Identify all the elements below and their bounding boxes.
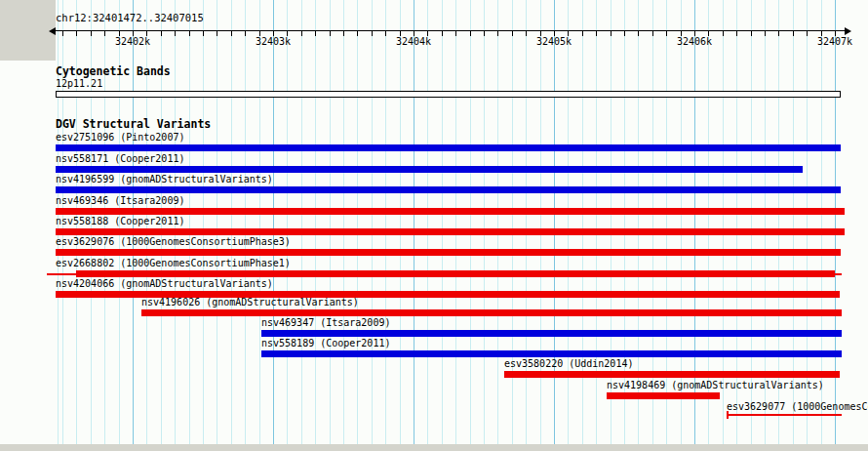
gridline-minor — [301, 0, 302, 444]
variant-label: nsv4204066 (gnomADStructuralVariants) — [56, 278, 273, 290]
gridline-minor — [203, 0, 204, 444]
ruler-tick — [231, 31, 232, 36]
ruler-tick — [526, 31, 527, 36]
ruler-tick — [765, 31, 766, 36]
variant-bar[interactable] — [56, 228, 845, 235]
ruler-tick — [372, 31, 373, 36]
ruler-tick — [638, 31, 639, 36]
ruler-tick — [624, 31, 625, 36]
gridline-minor — [245, 0, 246, 444]
ruler-tick — [330, 31, 331, 36]
variant-bar[interactable] — [504, 371, 840, 378]
ruler-tick — [666, 31, 667, 36]
ruler-tick — [596, 31, 597, 36]
cytoband-glyph[interactable] — [56, 91, 841, 98]
ruler-tick — [652, 31, 653, 36]
ruler-tick — [357, 31, 358, 36]
ruler-tick — [723, 31, 724, 36]
variant-bar[interactable] — [56, 166, 803, 173]
ruler-tick — [582, 31, 583, 36]
variant-label: nsv469347 (Itsara2009) — [261, 317, 390, 329]
ruler-tick-label: 32403k — [256, 36, 291, 48]
gridline-minor — [400, 0, 401, 444]
variant-extension-line — [47, 273, 76, 275]
variant-bar[interactable] — [76, 270, 835, 277]
variant-line-glyph[interactable] — [727, 414, 842, 416]
variant-bar[interactable] — [261, 330, 842, 337]
top-left-margin — [0, 0, 56, 61]
variant-bar[interactable] — [56, 208, 845, 215]
gridline-minor — [189, 0, 190, 444]
gridline-minor — [231, 0, 232, 444]
gridline-minor — [470, 0, 471, 444]
gridline-minor — [217, 0, 217, 444]
variant-label: nsv4198469 (gnomADStructuralVariants) — [607, 380, 824, 391]
gridline-minor — [330, 0, 331, 444]
cytogenetic-bands-title: Cytogenetic Bands — [56, 65, 171, 78]
ruler-left-arrow-icon — [49, 27, 56, 35]
variant-label: nsv558189 (Cooper2011) — [261, 338, 390, 349]
gridline-minor — [372, 0, 373, 444]
ruler-tick — [203, 31, 204, 36]
variant-label: esv2668802 (1000GenomesConsortiumPhase1) — [56, 258, 291, 269]
ruler-tick-label: 32405k — [536, 36, 572, 48]
ruler-tick — [385, 31, 386, 36]
ruler-tick — [175, 31, 176, 36]
variant-label: nsv4196026 (gnomADStructuralVariants) — [141, 297, 359, 308]
ruler-tick — [807, 31, 808, 36]
ruler-tick — [315, 31, 316, 36]
gridline-minor — [287, 0, 288, 444]
variant-bar[interactable] — [56, 249, 841, 256]
gridline-minor — [497, 0, 498, 444]
ruler-tick-label: 32406k — [677, 36, 712, 48]
ruler-tick — [751, 31, 752, 36]
dgv-track-title: DGV Structural Variants — [56, 118, 211, 131]
region-coordinates-label: chr12:32401472..32407015 — [56, 12, 204, 23]
gridline-minor — [442, 0, 443, 444]
ruler-tick — [442, 31, 443, 36]
gridline-minor — [484, 0, 485, 444]
ruler-right-arrow-icon — [845, 27, 851, 35]
variant-label: esv3580220 (Uddin2014) — [504, 358, 633, 370]
ruler-tick-label: 32404k — [396, 36, 431, 48]
gridline-major — [414, 0, 414, 444]
ruler-tick — [470, 31, 471, 36]
ruler-tick-label: 32402k — [115, 36, 150, 48]
variant-label: nsv558171 (Cooper2011) — [56, 153, 184, 165]
ruler-tick — [778, 31, 779, 36]
variant-bar[interactable] — [607, 392, 720, 399]
ruler-tick — [104, 31, 105, 36]
ruler-tick — [217, 31, 217, 36]
gridline-minor — [427, 0, 428, 444]
ruler-tick — [736, 31, 737, 36]
variant-bar[interactable] — [261, 350, 842, 357]
ruler-tick-label: 32407k — [817, 36, 852, 48]
ruler-tick — [611, 31, 612, 36]
ruler-tick — [245, 31, 246, 36]
gridline-minor — [259, 0, 260, 444]
ruler-tick — [484, 31, 485, 36]
variant-bar[interactable] — [141, 309, 842, 316]
variant-label: nsv4196599 (gnomADStructuralVariants) — [56, 174, 273, 185]
variant-extension-line — [835, 273, 842, 275]
ruler-tick — [301, 31, 302, 36]
ruler-tick — [76, 31, 77, 36]
ruler-tick — [161, 31, 162, 36]
ruler-tick — [512, 31, 513, 36]
genome-browser-view: chr12:32401472..32407015 32402k32403k324… — [0, 0, 868, 451]
ruler-tick — [497, 31, 498, 36]
bottom-margin — [0, 444, 868, 451]
gridline-minor — [315, 0, 316, 444]
gridline-minor — [385, 0, 386, 444]
gridline-major — [273, 0, 274, 444]
ruler-tick — [62, 31, 63, 36]
variant-bar[interactable] — [56, 186, 841, 193]
ruler-tick — [793, 31, 794, 36]
ruler-tick — [91, 31, 92, 36]
cytoband-name-label: 12p11.21 — [56, 78, 102, 90]
variant-bar[interactable] — [56, 144, 841, 151]
variant-label: esv3629076 (1000GenomesConsortiumPhase3) — [56, 236, 291, 248]
gridline-minor — [455, 0, 456, 444]
gridline-minor — [357, 0, 358, 444]
gridline-minor — [343, 0, 344, 444]
